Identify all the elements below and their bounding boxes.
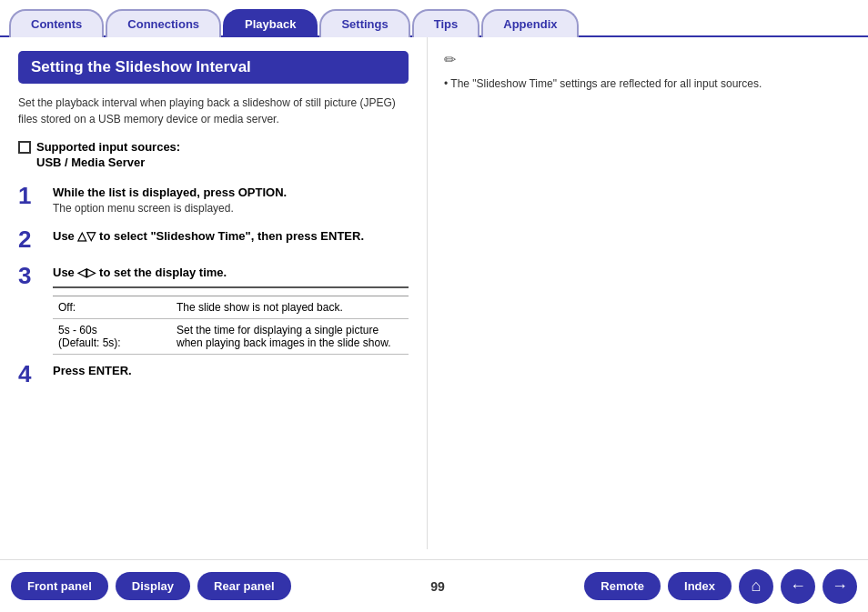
- rear-panel-button[interactable]: Rear panel: [197, 572, 290, 600]
- arrow-right-icon: →: [832, 577, 848, 596]
- arrow-left-icon: ←: [790, 577, 806, 596]
- forward-button[interactable]: →: [823, 569, 857, 604]
- tab-playback[interactable]: Playback: [223, 9, 318, 37]
- bottom-bar: Front panel Display Rear panel 99 Remote…: [0, 559, 868, 612]
- checkbox-icon: [18, 141, 31, 154]
- front-panel-button[interactable]: Front panel: [11, 572, 108, 600]
- table-cell-off-value: The slide show is not played back.: [171, 296, 409, 319]
- table-cell-time-label: 5s - 60s (Default: 5s):: [53, 319, 171, 355]
- display-button[interactable]: Display: [116, 572, 190, 600]
- step-3: 3 Use ◁▷ to set the display time. Off:: [18, 264, 409, 355]
- table-row: 5s - 60s (Default: 5s): Set the time for…: [53, 319, 409, 355]
- step-4: 4 Press ENTER.: [18, 362, 409, 386]
- step-3-number: 3: [18, 264, 44, 287]
- step-1-number: 1: [18, 184, 44, 207]
- home-icon: ⌂: [752, 577, 762, 596]
- right-panel: ✏ The "Slideshow Time" settings are refl…: [428, 37, 868, 549]
- step-2: 2 Use △▽ to select "Slideshow Time", the…: [18, 227, 409, 251]
- table-cell-off-label: Off:: [53, 296, 171, 319]
- step-3-title: Use ◁▷ to set the display time.: [53, 266, 409, 279]
- step-2-title: Use △▽ to select "Slideshow Time", then …: [53, 229, 409, 243]
- intro-text: Set the playback interval when playing b…: [18, 95, 409, 127]
- left-panel: Setting the Slideshow Interval Set the p…: [0, 37, 428, 549]
- table-cell-time-value: Set the time for displaying a single pic…: [171, 319, 409, 355]
- supported-value: USB / Media Server: [36, 156, 409, 169]
- pencil-icon: ✏: [444, 51, 852, 68]
- bottom-right-nav: Remote Index ⌂ ← →: [584, 569, 857, 604]
- step-1-title: While the list is displayed, press OPTIO…: [53, 186, 409, 199]
- tab-navigation: Contents Connections Playback Settings T…: [0, 0, 868, 37]
- tab-appendix[interactable]: Appendix: [481, 9, 579, 37]
- bottom-left-nav: Front panel Display Rear panel: [11, 572, 291, 600]
- step-1: 1 While the list is displayed, press OPT…: [18, 184, 409, 215]
- supported-sources: Supported input sources: USB / Media Ser…: [18, 140, 409, 169]
- back-button[interactable]: ←: [781, 569, 815, 604]
- step-2-number: 2: [18, 227, 44, 251]
- table-col1-header: [53, 287, 171, 296]
- table-row: Off: The slide show is not played back.: [53, 296, 409, 319]
- step-4-title: Press ENTER.: [53, 364, 409, 377]
- step-4-number: 4: [18, 362, 44, 386]
- page-number: 99: [430, 579, 445, 594]
- tab-tips[interactable]: Tips: [412, 9, 480, 37]
- home-button[interactable]: ⌂: [739, 569, 773, 604]
- supported-label: Supported input sources:: [36, 140, 180, 154]
- tab-connections[interactable]: Connections: [106, 9, 221, 37]
- settings-table: Off: The slide show is not played back. …: [53, 286, 409, 355]
- table-col2-header: [171, 287, 409, 296]
- page-title: Setting the Slideshow Interval: [18, 51, 409, 84]
- note-text: The "Slideshow Time" settings are reflec…: [444, 75, 852, 92]
- remote-button[interactable]: Remote: [584, 572, 661, 600]
- step-1-desc: The option menu screen is displayed.: [53, 202, 409, 215]
- index-button[interactable]: Index: [668, 572, 732, 600]
- main-content: Setting the Slideshow Interval Set the p…: [0, 37, 868, 549]
- tab-contents[interactable]: Contents: [9, 9, 104, 37]
- tab-settings[interactable]: Settings: [319, 9, 409, 37]
